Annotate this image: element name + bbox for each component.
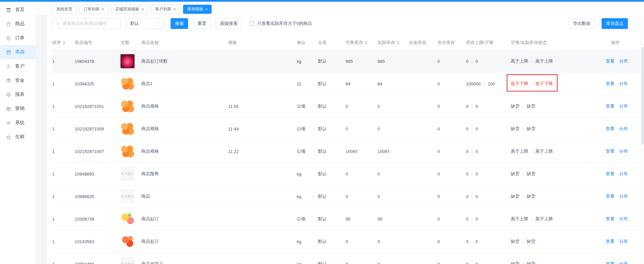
distribution-link[interactable]: 分布 <box>619 81 628 87</box>
view-link[interactable]: 查看 <box>606 238 614 244</box>
sidebar-item-funds[interactable]: 资金 <box>0 73 36 87</box>
sidebar-item-reports[interactable]: 报表 <box>0 87 36 102</box>
stocktake-button[interactable]: 库存盘点 <box>602 18 628 29</box>
cell-actual-stock: 10097 <box>378 149 409 154</box>
sidebar-item-label: 客户 <box>15 63 25 69</box>
cell-product-code: 10848693 <box>75 172 120 177</box>
sidebar-nav: 首页商品订单库存客户资金报表营销系统生鲜 <box>0 2 36 144</box>
tab-close-icon[interactable]: × <box>142 7 144 11</box>
cell-stock-status: 缺货|缺货 <box>511 103 606 109</box>
nav-tab-0[interactable]: 系统首页 <box>52 5 76 14</box>
cell-stock-status: 低于下限|低于下限 <box>511 81 606 87</box>
distribution-link[interactable]: 分布 <box>619 193 628 199</box>
tab-close-icon[interactable]: × <box>173 7 176 11</box>
cell-main-image <box>120 212 141 226</box>
sidebar-item-marketing[interactable]: 营销 <box>0 102 36 116</box>
distribution-link[interactable]: 分布 <box>619 238 628 244</box>
cell-main-image: 暂无图片 <box>120 189 141 203</box>
export-data-button[interactable]: 导出数据 <box>569 18 595 29</box>
column-header[interactable]: 实际库存 <box>378 40 409 46</box>
distribution-link[interactable]: 分布 <box>619 126 628 132</box>
column-header[interactable]: 排序 <box>52 40 75 46</box>
cell-stock-limits: 0|0 <box>466 239 511 244</box>
sort-icon[interactable] <box>397 41 399 45</box>
sort-icon[interactable] <box>63 41 65 45</box>
cell-product-code: 10308739 <box>75 217 120 222</box>
distribution-link[interactable]: 分布 <box>619 261 628 264</box>
distribution-link[interactable]: 分布 <box>619 103 628 109</box>
cell-separator: | <box>471 149 472 154</box>
filter-checkbox[interactable] <box>249 21 254 26</box>
search-input-wrap[interactable] <box>52 18 121 29</box>
cell-product-code: 10143553 <box>75 239 120 244</box>
cell-sellable-stock: 985 <box>346 59 378 64</box>
scrollbar-thumb[interactable] <box>642 47 644 145</box>
sidebar-item-customers[interactable]: 客户 <box>0 59 36 73</box>
cell-separator: | <box>523 104 524 109</box>
advanced-search-button[interactable]: 高级搜索 <box>216 18 242 29</box>
cell-unit: 公顷 <box>297 148 318 154</box>
nav-tab-2[interactable]: 店铺页面模板× <box>111 5 148 14</box>
package-icon <box>6 49 11 55</box>
sidebar-item-inventory[interactable]: 库存 <box>0 45 36 59</box>
sidebar-item-system[interactable]: 系统 <box>0 116 36 130</box>
distribution-link[interactable]: 分布 <box>619 58 628 64</box>
search-button[interactable]: 搜索 <box>171 18 188 29</box>
sidebar-item-home[interactable]: 首页 <box>0 3 36 17</box>
cell-separator: | <box>531 59 532 64</box>
filter-checkbox-wrap[interactable]: 只查看实际库存大于0的商品 <box>249 21 312 27</box>
cell-separator: | <box>523 126 524 131</box>
nav-tab-1[interactable]: 订单列表× <box>79 5 108 14</box>
cell-unit: 公顷 <box>297 126 318 132</box>
table-body: 110604378商品起订倍数kg默认98598500|0高于上限|高于上限查看… <box>52 50 644 264</box>
scrollbar[interactable] <box>641 15 644 264</box>
warehouse-select[interactable]: 默认 <box>127 18 165 29</box>
sidebar-item-fresh[interactable]: 生鲜 <box>0 130 36 144</box>
search-input[interactable] <box>62 21 117 26</box>
cell-safety-stock: 0 <box>437 172 466 177</box>
cell-product-name: 商品预售 <box>141 171 228 177</box>
tab-close-icon[interactable]: × <box>205 7 208 11</box>
tab-close-icon[interactable]: × <box>102 7 104 11</box>
view-link[interactable]: 查看 <box>606 261 614 264</box>
nav-tab-3[interactable]: 客户列表× <box>151 5 180 14</box>
table-row: 1102192871009商品规格11:44公顷默认0000|0缺货|缺货查看分… <box>52 118 644 140</box>
product-image-placeholder: 暂无图片 <box>120 257 135 264</box>
product-thumbnail <box>120 77 135 91</box>
distribution-link[interactable]: 分布 <box>619 171 628 177</box>
store-icon <box>6 7 11 13</box>
cell-sort: 1 <box>52 194 75 199</box>
view-link[interactable]: 查看 <box>606 81 614 87</box>
view-link[interactable]: 查看 <box>606 103 614 109</box>
distribution-link[interactable]: 分布 <box>619 148 628 154</box>
cell-sort: 1 <box>52 172 75 177</box>
view-link[interactable]: 查看 <box>606 171 614 177</box>
reset-button[interactable]: 重置 <box>193 18 211 29</box>
money-icon <box>6 78 11 83</box>
product-image-placeholder: 暂无图片 <box>120 189 135 203</box>
cell-actions: 查看分布 <box>606 103 639 109</box>
cell-warehouse: 默认 <box>318 238 346 244</box>
cell-product-name: 商品自定义 <box>141 261 228 264</box>
view-link[interactable]: 查看 <box>606 126 614 132</box>
sort-icon[interactable] <box>365 41 367 45</box>
cell-warehouse: 默认 <box>318 58 346 64</box>
distribution-link[interactable]: 分布 <box>619 216 628 222</box>
sidebar-item-orders[interactable]: 订单 <box>0 31 36 45</box>
cell-stock-limits: 0|0 <box>466 126 511 131</box>
column-header[interactable]: 可售库存 <box>346 40 378 46</box>
sidebar-item-goods[interactable]: 商品 <box>0 17 36 31</box>
view-link[interactable]: 查看 <box>606 216 614 222</box>
cell-stock-status: 缺货|缺货 <box>511 171 606 177</box>
main-area: 系统首页订单列表×店铺页面模板×客户列表×库存现状× 默认 搜索 重置 高级搜索… <box>36 2 644 264</box>
view-link[interactable]: 查看 <box>606 148 614 154</box>
nav-tab-4[interactable]: 库存现状× <box>183 5 212 14</box>
view-link[interactable]: 查看 <box>606 58 614 64</box>
cell-sort: 1 <box>52 81 75 86</box>
cell-product-name: 商品规格 <box>141 103 228 109</box>
tab-label: 系统首页 <box>56 6 72 12</box>
view-link[interactable]: 查看 <box>606 193 614 199</box>
cell-sort: 1 <box>52 149 75 154</box>
cell-product-code: 102192871009 <box>75 126 120 131</box>
cell-main-image <box>120 234 141 249</box>
